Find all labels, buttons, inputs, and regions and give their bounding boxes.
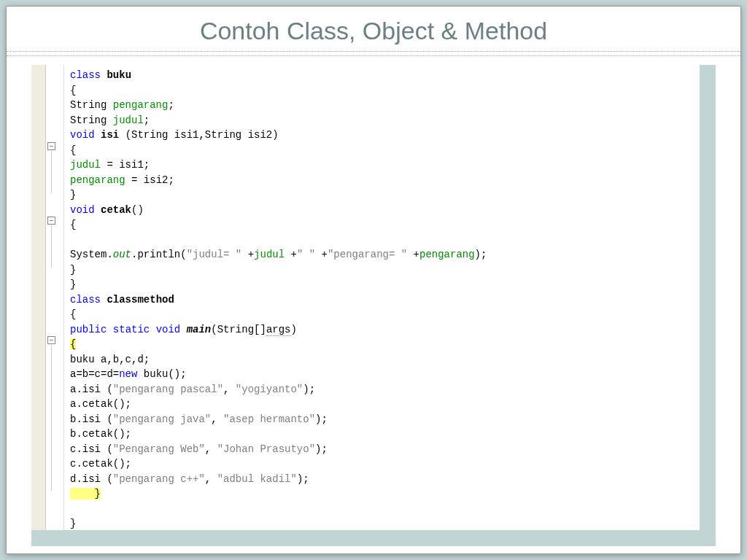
code-text: { — [70, 308, 76, 320]
code-text: ); — [297, 473, 309, 485]
string: "pengarang c++" — [113, 473, 205, 485]
code-text: + — [315, 249, 328, 260]
param: args — [266, 324, 291, 336]
string: "adbul kadil" — [217, 473, 297, 485]
string: "Pengarang Web" — [113, 443, 205, 455]
code-text: d.isi ( — [70, 473, 113, 485]
code-text: { — [70, 219, 76, 230]
code-editor: − − − class buku { String pengarang; Str… — [31, 65, 716, 540]
code-text: .println( — [131, 249, 187, 260]
code-text: () — [131, 204, 144, 216]
code-text: { — [70, 85, 76, 96]
code-text: System. — [70, 249, 113, 260]
string: "pengarang pascal" — [113, 384, 223, 395]
string: "yogiyanto" — [236, 384, 303, 395]
code-text: String — [70, 99, 113, 111]
code-area: class buku { String pengarang; String ju… — [64, 65, 700, 540]
method-name: main — [180, 324, 211, 335]
bottom-margin — [31, 530, 716, 546]
keyword: class — [70, 294, 101, 306]
code-text: { — [70, 144, 76, 156]
code-text: , — [211, 413, 223, 425]
code-text: a.cetak(); — [70, 398, 131, 410]
slide: Contoh Class, Object & Method − − − clas… — [6, 6, 741, 554]
string: "Johan Prasutyo" — [217, 443, 315, 455]
identifier: judul — [70, 159, 101, 171]
keyword: void — [150, 324, 180, 335]
method-name: cetak — [95, 204, 131, 216]
keyword: new — [119, 368, 137, 380]
code-text: ); — [315, 413, 328, 425]
identifier: judul — [113, 114, 144, 126]
code-text: } — [70, 518, 76, 529]
code-text: a.isi ( — [70, 384, 113, 395]
class-name: buku — [107, 69, 131, 81]
fold-toggle-icon[interactable]: − — [47, 217, 55, 225]
code-text: c.cetak(); — [70, 458, 131, 470]
code-text: = isi1; — [101, 159, 150, 171]
editor-gutter: − − − — [31, 65, 64, 540]
code-text: buku(); — [137, 368, 186, 380]
code-text: + — [241, 249, 254, 260]
code-text: , — [205, 473, 217, 485]
string: "pengarang java" — [113, 413, 211, 425]
code-text: a=b=c=d= — [70, 368, 119, 380]
keyword: static — [107, 324, 150, 335]
keyword: void — [70, 129, 95, 141]
identifier: pengarang — [419, 249, 475, 260]
code-text: buku a,b,c,d; — [70, 354, 150, 365]
divider — [7, 51, 740, 58]
string: " " — [297, 249, 315, 260]
code-text: + — [285, 249, 297, 260]
code-text: ); — [315, 443, 328, 455]
highlighted-brace: { — [70, 338, 76, 350]
code-text: , — [205, 443, 217, 455]
slide-title: Contoh Class, Object & Method — [7, 17, 740, 45]
code-text: c.isi ( — [70, 443, 113, 455]
fold-toggle-icon[interactable]: − — [47, 336, 55, 344]
class-name: classmethod — [101, 294, 174, 306]
code-text: , — [223, 384, 236, 395]
code-text: } — [70, 189, 76, 201]
keyword: class — [70, 69, 101, 81]
code-text: + — [407, 249, 419, 260]
code-text: ; — [144, 114, 150, 126]
identifier: judul — [254, 249, 285, 260]
string: "asep hermanto" — [223, 413, 315, 425]
code-text: (String[] — [211, 324, 266, 335]
code-text: ); — [475, 249, 487, 260]
string: "judul= " — [187, 249, 242, 260]
keyword: public — [70, 324, 107, 335]
code-text: String — [70, 114, 113, 126]
identifier: pengarang — [70, 174, 125, 186]
code-text: ); — [303, 384, 315, 395]
code-text: } — [70, 264, 76, 276]
keyword: void — [70, 204, 95, 216]
fold-toggle-icon[interactable]: − — [47, 142, 55, 150]
code-text: b.cetak(); — [70, 428, 131, 440]
highlighted-brace: } — [70, 488, 101, 499]
code-text: ) — [291, 324, 297, 335]
method-name: isi — [95, 129, 125, 141]
identifier: pengarang — [113, 99, 169, 111]
code-text: } — [70, 279, 76, 290]
code-text: = isi2; — [125, 174, 174, 186]
field: out — [113, 249, 131, 260]
code-text: (String isi1,String isi2) — [125, 129, 279, 141]
string: "pengarang= " — [328, 249, 407, 260]
code-text: b.isi ( — [70, 413, 113, 425]
code-text: ; — [168, 99, 174, 111]
right-margin — [700, 65, 716, 540]
